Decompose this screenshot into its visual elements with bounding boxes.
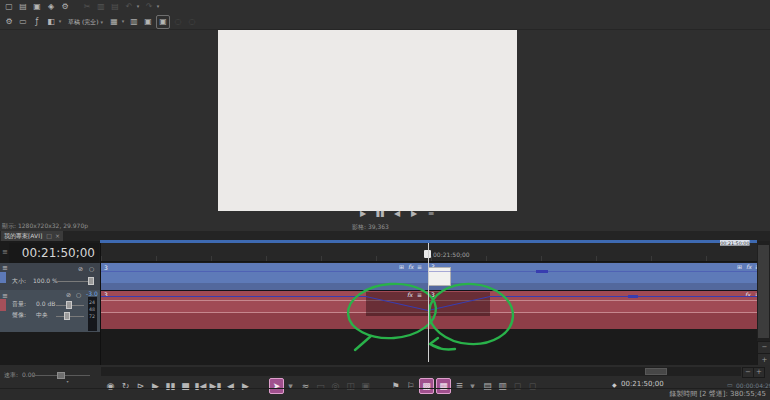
video-event-white-box[interactable]: [428, 267, 451, 286]
separator: [73, 1, 79, 13]
preview-transport: ▶▮▮◀▶≡: [356, 209, 438, 219]
audio-event-fx-icon[interactable]: fx: [407, 292, 413, 298]
tab-project-label: 我的專案[AVI]: [4, 232, 42, 239]
preview-next-frame-button[interactable]: ▶: [408, 208, 420, 220]
selection-edit-tool-button: ▭: [314, 379, 327, 393]
video-event-left-number: 3: [104, 265, 108, 271]
loop-playback-button[interactable]: ↻: [119, 379, 132, 393]
video-event-fx-icon[interactable]: fx: [408, 264, 414, 270]
video-output-fx-button[interactable]: ƒ: [31, 16, 43, 28]
video-size-slider-thumb[interactable]: [88, 277, 94, 285]
tab-float-icon[interactable]: □: [46, 232, 52, 239]
audio-pan-label: 聲像:: [12, 311, 26, 320]
loop-end-chip[interactable]: 00:21:50;00: [720, 240, 750, 246]
video-track-color-strip[interactable]: [0, 272, 6, 283]
project-video-properties-button[interactable]: ⚙: [3, 16, 15, 28]
new-project-button[interactable]: ▢: [3, 1, 15, 13]
preview-menu-button[interactable]: ≡: [425, 208, 437, 220]
overlay-dropdown[interactable]: ▾: [120, 16, 126, 28]
separator: [374, 379, 387, 393]
video-event-fx-icon-right[interactable]: fx: [746, 264, 752, 270]
pause-button[interactable]: ▮▮: [164, 379, 177, 393]
audio-track-color-strip[interactable]: [0, 299, 6, 311]
chevron-down-icon: ▾: [101, 19, 104, 25]
preview-prev-frame-button[interactable]: ◀: [391, 208, 403, 220]
preview-frame-info: 影格: 39,363: [352, 223, 389, 230]
pan-crop-icon[interactable]: ⊞: [399, 264, 404, 270]
audio-event-fx-icon-right[interactable]: fx: [745, 292, 751, 298]
render-as-button[interactable]: ◈: [45, 1, 57, 13]
play-from-start-button[interactable]: ⊳: [134, 379, 147, 393]
preview-pause-button[interactable]: ▮▮: [374, 208, 386, 220]
split-screen-view-button[interactable]: ◧: [45, 16, 57, 28]
project-properties-button[interactable]: ⚙: [59, 1, 71, 13]
record-time-status: 錄製時間 [2 聲道]: 380:55;45: [400, 390, 766, 398]
video-track-mute-button[interactable]: ⊘: [78, 265, 83, 272]
preview-play-button[interactable]: ▶: [357, 208, 369, 220]
preview-display-info: 顯示: 1280x720x32, 29.970p: [2, 222, 88, 229]
timeline-zoom-in-button[interactable]: +: [753, 367, 765, 378]
vscrollbar-thumb[interactable]: [758, 245, 769, 338]
go-to-end-button[interactable]: ▶▮: [209, 379, 222, 393]
audio-pan-value[interactable]: 中央: [36, 311, 48, 320]
undo-button: ↶: [123, 1, 135, 13]
cursor-marker-label: 00:21:50;00: [433, 251, 470, 258]
shuttle-tick: ▾: [66, 379, 68, 384]
preview-toolbar: ⚙▭ƒ◧▾ 草稿 (完全) ▾ ▦▾▥▣▣◌◌: [2, 14, 762, 29]
audio-volume-label: 音量:: [12, 300, 26, 309]
record-button[interactable]: ◉: [104, 379, 117, 393]
split-screen-dropdown[interactable]: ▾: [57, 16, 63, 28]
tab-project[interactable]: 我的專案[AVI] □ ×: [1, 231, 63, 241]
audio-volume-value[interactable]: 0.0 dB: [36, 300, 55, 307]
preview-quality-dropdown[interactable]: 草稿 (完全) ▾: [66, 16, 105, 28]
audio-volume-slider-thumb[interactable]: [66, 301, 72, 309]
audio-meter-peak[interactable]: -3.0: [86, 290, 98, 297]
save-snapshot-button[interactable]: ▣: [142, 16, 154, 28]
save-project-button[interactable]: ▣: [31, 1, 43, 13]
hscrollbar-thumb[interactable]: [645, 368, 667, 375]
audio-event-left-number: 3: [104, 292, 108, 298]
rate-label: 速率:: [4, 371, 18, 378]
zoom-edit-tool-button: ◎: [329, 379, 342, 393]
prev-frame-button[interactable]: ◀: [224, 379, 237, 393]
cut-button: ✂: [81, 1, 93, 13]
audio-track-solo-button[interactable]: ○: [76, 291, 81, 298]
copy-snapshot-button[interactable]: ▥: [128, 16, 140, 28]
aux-button-2: ◌: [186, 16, 198, 28]
video-size-label: 大小:: [12, 277, 26, 286]
audio-event-right-number: 3: [431, 292, 435, 298]
audio-event-menu-icon[interactable]: ≡: [417, 292, 422, 298]
pan-crop-icon-right[interactable]: ⊞: [737, 264, 742, 270]
preview-quality-label: 草稿 (完全): [68, 18, 99, 25]
video-preview-canvas: [218, 30, 517, 211]
preview-toolbar-right: ▦▾▥▣▣◌◌: [107, 15, 199, 29]
timecode-display[interactable]: 00:21:50;00: [9, 243, 99, 263]
split-tool-button: ◫: [344, 379, 357, 393]
overlay-grid-button[interactable]: ▦: [108, 16, 120, 28]
next-frame-button[interactable]: ▶: [239, 379, 252, 393]
playhead[interactable]: [428, 243, 429, 362]
copy-button: ▥: [95, 1, 107, 13]
audio-track-mute-button[interactable]: ⊘: [66, 291, 71, 298]
tab-close-icon[interactable]: ×: [55, 232, 60, 239]
go-to-start-button[interactable]: ▮◀: [194, 379, 207, 393]
play-button[interactable]: ▶: [149, 379, 162, 393]
redo-button: ↷: [143, 1, 155, 13]
envelope-edit-tool-button[interactable]: ≈: [299, 379, 312, 393]
video-event-menu-icon[interactable]: ≡: [417, 264, 422, 270]
meter-scale-24: 24: [89, 299, 95, 305]
audio-pan-slider-thumb[interactable]: [64, 312, 70, 320]
video-track-solo-button[interactable]: ○: [89, 265, 94, 272]
edit-tool-dropdown[interactable]: ▾: [284, 379, 297, 393]
stop-button[interactable]: ■: [179, 379, 192, 393]
normal-edit-tool-button[interactable]: ➤: [269, 378, 284, 394]
dock-handle-icon[interactable]: ≡: [2, 248, 8, 256]
meter-scale-48: 48: [89, 306, 95, 312]
open-project-button[interactable]: ▤: [17, 1, 29, 13]
shuttle-slider-thumb[interactable]: [57, 372, 65, 379]
audio-pan-slider[interactable]: [56, 316, 84, 317]
display-toggle-button[interactable]: ▣: [156, 15, 170, 29]
undo-dropdown: ▾: [135, 1, 141, 13]
external-monitor-button[interactable]: ▭: [17, 16, 29, 28]
video-size-value[interactable]: 100.0 %: [33, 277, 58, 284]
